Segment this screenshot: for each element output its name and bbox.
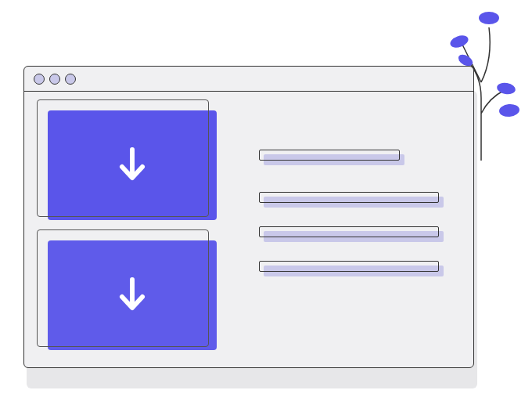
right-column: [259, 110, 450, 349]
text-line-placeholder: [259, 226, 439, 239]
window-content: [24, 92, 473, 367]
browser-window: [23, 66, 474, 368]
window-control-close[interactable]: [34, 74, 45, 85]
window-control-minimize[interactable]: [49, 74, 60, 85]
download-card-1[interactable]: [48, 110, 228, 220]
svg-point-1: [448, 33, 469, 49]
window-titlebar: [24, 67, 473, 92]
left-column: [48, 110, 228, 349]
text-line-placeholder: [259, 150, 400, 162]
download-card-2[interactable]: [48, 240, 228, 350]
window-control-maximize[interactable]: [65, 74, 76, 85]
text-line-placeholder: [259, 192, 439, 204]
svg-point-4: [498, 103, 519, 117]
text-line-placeholder: [259, 261, 439, 273]
svg-point-0: [479, 12, 499, 24]
